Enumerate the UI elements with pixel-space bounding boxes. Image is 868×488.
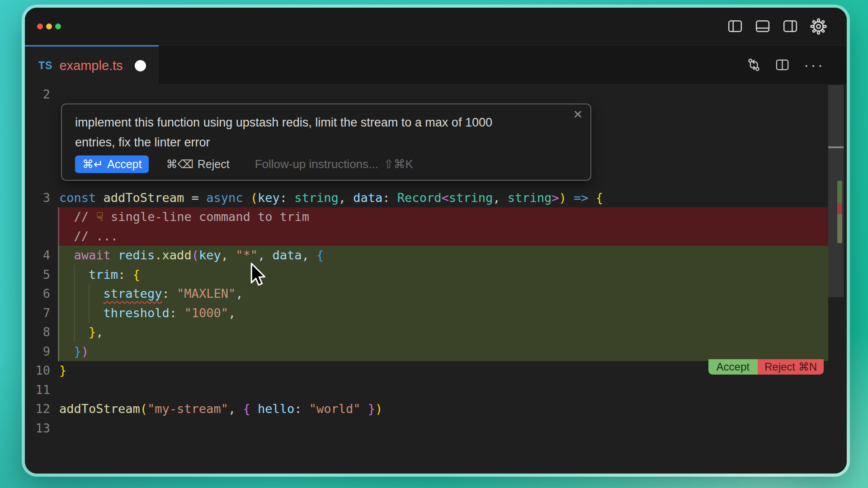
split-editor-icon[interactable] (775, 58, 789, 72)
followup-placeholder: Follow-up instructions... (255, 157, 378, 171)
close-icon[interactable]: × (573, 106, 582, 122)
panel-bottom-icon[interactable] (755, 19, 770, 34)
traffic-lights (25, 23, 61, 29)
code-line-5: 5 trim: { (25, 265, 847, 285)
tab-bar: TS example.ts ·· (25, 45, 847, 85)
mouse-cursor (250, 263, 268, 288)
code-line-2: 2 (25, 85, 847, 104)
tab-example-ts[interactable]: TS example.ts (25, 45, 159, 85)
tab-bar-actions: ··· (159, 45, 847, 85)
code-editor[interactable]: 2 × implement this function using upstas… (25, 85, 847, 474)
code-line-8: 8 }, (25, 323, 847, 342)
diff-accept-button[interactable]: Accept (708, 359, 758, 375)
reject-shortcut-keys: ⌘⌫ (166, 158, 193, 171)
line-number: 4 (25, 246, 58, 265)
line-number: 7 (25, 304, 58, 323)
line-number: 10 (25, 361, 58, 380)
code-line-12: 12addToStream("my-stream", { hello: "wor… (25, 399, 847, 419)
editor-window: TS example.ts ·· (25, 8, 847, 474)
source-control-compare-icon[interactable] (747, 58, 761, 72)
titlebar (25, 8, 847, 45)
diff-reject-button[interactable]: Reject ⌘N (758, 359, 824, 375)
code-line-7: 7 threshold: "1000", (25, 304, 847, 323)
accept-shortcut-keys: ⌘↵ (82, 158, 103, 171)
prompt-message: implement this function using upstash re… (62, 104, 548, 152)
code-line-9: 9 }) (25, 342, 847, 361)
desktop-background: TS example.ts ·· (0, 0, 868, 488)
zoom-window-button[interactable] (55, 23, 61, 29)
followup-instructions-input[interactable]: Follow-up instructions... ⇧⌘K (255, 157, 413, 171)
code-line-6: 6 strategy: "MAXLEN", (25, 284, 847, 304)
line-number: 13 (25, 419, 58, 438)
code-line-3: 3const addToStream = async (key: string,… (25, 188, 847, 208)
code-lines-below: 3const addToStream = async (key: string,… (25, 188, 847, 438)
code-lines-above: 2 (25, 85, 847, 104)
line-number: 9 (25, 342, 58, 361)
line-number: 2 (25, 85, 58, 104)
code-line-removed: // ... (25, 227, 847, 246)
line-number: 12 (25, 399, 58, 419)
window-frame: TS example.ts ·· (22, 5, 850, 477)
inline-prompt-zone: × implement this function using upstash … (25, 104, 847, 188)
tab-filename: example.ts (59, 58, 123, 73)
line-number: 3 (25, 188, 58, 208)
more-actions-icon[interactable]: ··· (804, 58, 825, 72)
line-number: 8 (25, 323, 58, 342)
code-line-4: 4 await redis.xadd(key, "*", data, { (25, 246, 847, 265)
line-number: 6 (25, 284, 58, 304)
inline-prompt-box: × implement this function using upstash … (61, 103, 591, 181)
reject-label: Reject (198, 158, 230, 171)
modified-dot-icon[interactable] (135, 60, 146, 71)
followup-shortcut-keys: ⇧⌘K (384, 157, 413, 171)
line-number: 11 (25, 380, 58, 400)
panel-left-icon[interactable] (727, 19, 743, 34)
accept-label: Accept (107, 158, 142, 171)
close-window-button[interactable] (37, 23, 43, 29)
accept-button[interactable]: ⌘↵ Accept (75, 155, 149, 173)
code-line-13: 13 (25, 419, 847, 438)
line-number: 5 (25, 265, 58, 285)
overview-added-mark-2 (837, 214, 842, 243)
overview-deleted-mark (837, 203, 842, 214)
panel-right-icon[interactable] (783, 19, 798, 34)
reject-button[interactable]: ⌘⌫ Reject (166, 158, 229, 171)
code-line-removed: // ☟ single-line command to trim (25, 207, 847, 227)
diff-actions: Accept Reject ⌘N (708, 359, 824, 375)
settings-gear-icon[interactable] (810, 18, 827, 35)
typescript-file-icon: TS (38, 60, 52, 72)
minimize-window-button[interactable] (46, 23, 52, 29)
code-line-11: 11 (25, 380, 847, 400)
